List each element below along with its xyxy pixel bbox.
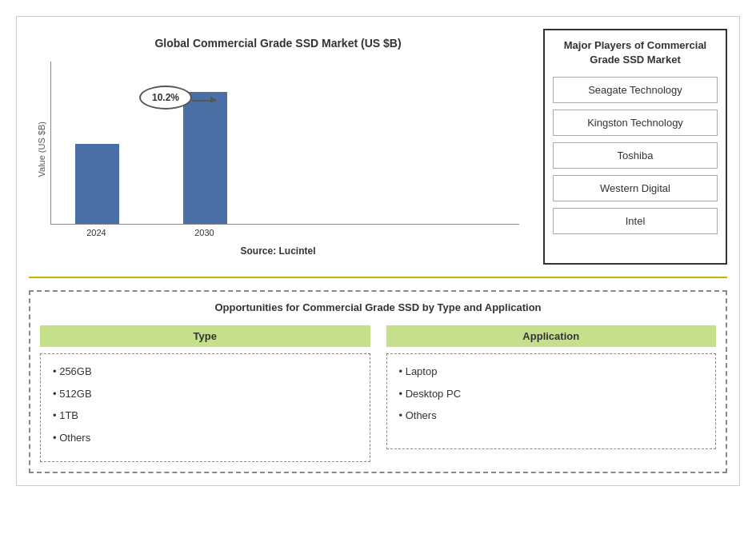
bar-2024 <box>75 144 119 224</box>
application-column: Application • Laptop • Desktop PC • Othe… <box>386 325 717 462</box>
app-item-desktop: • Desktop PC <box>399 386 704 402</box>
bar-group-2030 <box>183 92 227 224</box>
bar-group-2024 <box>75 144 119 224</box>
x-label-2024: 2024 <box>74 228 118 237</box>
y-axis-label: Value (US $B) <box>37 122 46 177</box>
type-column: Type • 256GB • 512GB • 1TB • Others <box>40 325 370 462</box>
chart-area: Global Commercial Grade SSD Market (US $… <box>29 29 527 265</box>
cagr-oval: 10.2% <box>139 86 192 110</box>
x-labels: 2024 2030 <box>50 228 519 237</box>
players-panel: Major Players of Commercial Grade SSD Ma… <box>543 29 727 265</box>
players-title: Major Players of Commercial Grade SSD Ma… <box>553 38 718 67</box>
app-item-laptop: • Laptop <box>399 364 704 380</box>
application-header: Application <box>386 325 717 347</box>
type-items: • 256GB • 512GB • 1TB • Others <box>40 353 370 462</box>
player-intel: Intel <box>553 208 718 234</box>
source-text: Source: Lucintel <box>37 245 519 257</box>
type-header: Type <box>40 325 370 347</box>
player-toshiba: Toshiba <box>553 142 718 169</box>
chart-title: Global Commercial Grade SSD Market (US $… <box>37 37 519 50</box>
player-seagate: Seagate Technology <box>553 77 718 103</box>
bar-2030 <box>183 92 227 224</box>
x-label-2030: 2030 <box>182 228 226 237</box>
top-section: Global Commercial Grade SSD Market (US $… <box>29 29 727 265</box>
player-western-digital: Western Digital <box>553 175 718 201</box>
divider <box>29 277 727 278</box>
type-item-512gb: • 512GB <box>53 386 358 402</box>
arrow-line <box>192 100 216 102</box>
bars-container: 10.2% <box>50 62 519 225</box>
chart-wrapper: Value (US $B) 10.2% <box>37 62 519 237</box>
app-item-others: • Others <box>399 408 704 424</box>
main-container: Global Commercial Grade SSD Market (US $… <box>16 16 740 486</box>
application-items: • Laptop • Desktop PC • Others <box>386 353 717 449</box>
opp-title: Opportunities for Commercial Grade SSD b… <box>40 301 716 313</box>
opp-columns: Type • 256GB • 512GB • 1TB • Others Appl… <box>40 325 716 462</box>
chart-inner: 10.2% 2024 <box>50 62 519 237</box>
type-item-others: • Others <box>53 430 358 446</box>
cagr-annotation: 10.2% <box>139 86 192 110</box>
type-item-1tb: • 1TB <box>53 408 358 424</box>
type-item-256gb: • 256GB <box>53 364 358 380</box>
player-kingston: Kingston Technology <box>553 110 718 136</box>
opportunities-section: Opportunities for Commercial Grade SSD b… <box>29 290 727 473</box>
